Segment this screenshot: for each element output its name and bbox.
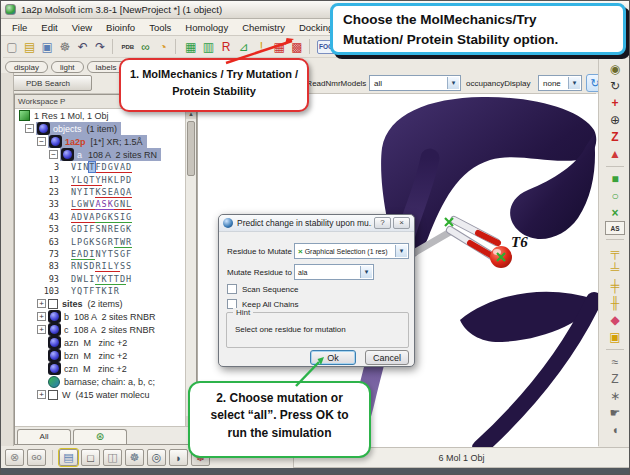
clip-slab-icon[interactable]: ╪ bbox=[605, 277, 625, 294]
pointer-mode-icon[interactable]: ☛ bbox=[605, 404, 625, 421]
tree-item-c[interactable]: +c108 A 2 sites RNBR bbox=[15, 323, 185, 336]
compass-icon[interactable]: ◔ bbox=[155, 39, 171, 55]
expand-icon[interactable]: + bbox=[37, 390, 46, 399]
split-view-icon[interactable]: ◫ bbox=[103, 449, 122, 466]
tab-light[interactable]: light bbox=[51, 61, 84, 73]
rotation-center-icon[interactable]: ◉ bbox=[605, 60, 625, 77]
clear-selection-icon[interactable]: × bbox=[605, 204, 625, 221]
spin-z-icon[interactable]: Z bbox=[605, 370, 625, 387]
sequence-row-53[interactable]: 53GDIFSNREGK bbox=[15, 223, 185, 235]
sequence-row-43[interactable]: 43ADVAPGKSIG bbox=[15, 211, 185, 223]
tree-item-barnase-chain-a-b-c[interactable]: barnase; chain: a, b, c; bbox=[15, 375, 185, 388]
tree-item-chain-a[interactable]: − a 108 A 2 sites RN bbox=[15, 148, 185, 161]
go-icon[interactable]: GO bbox=[27, 449, 46, 466]
pdb-search-icon[interactable]: PDB bbox=[120, 39, 136, 55]
expand-icon[interactable]: + bbox=[37, 325, 46, 334]
sequence-row-13[interactable]: 13YLQTYHKLPD bbox=[15, 173, 185, 185]
menu-item-edit[interactable]: Edit bbox=[34, 21, 64, 34]
workspace-scrollbar[interactable]: ▲ ▼ bbox=[185, 109, 196, 426]
cancel-button[interactable]: Cancel bbox=[365, 350, 409, 365]
select-as-icon[interactable]: AS bbox=[605, 221, 625, 235]
tab-molecule-icon[interactable]: ⊛ bbox=[73, 429, 127, 444]
menu-item-view[interactable]: View bbox=[65, 21, 99, 34]
checkbox-icon[interactable] bbox=[48, 299, 58, 309]
rock-icon[interactable]: ≈ bbox=[605, 353, 625, 370]
sequence-row-23[interactable]: 23NYITKSEAQA bbox=[15, 186, 185, 198]
close-icon[interactable]: × bbox=[393, 217, 410, 229]
new-document-icon[interactable]: ▢ bbox=[4, 39, 20, 55]
r-statistics-icon[interactable]: R bbox=[218, 39, 234, 55]
zoom-icon[interactable]: ⊕ bbox=[605, 111, 625, 128]
snapshot-icon[interactable]: ◎ bbox=[147, 449, 166, 466]
tree-item-1a2p[interactable]: − 1a2p [1*] XR; 1.5Å bbox=[15, 135, 185, 148]
tree-item-b[interactable]: +b108 A 2 sites RNBR bbox=[15, 310, 185, 323]
find-binoculars-icon[interactable]: ∞ bbox=[138, 39, 154, 55]
append-rows-icon[interactable]: ▥ bbox=[201, 39, 217, 55]
hand-icon[interactable]: ◖ bbox=[605, 421, 625, 438]
workspace-panel-icon[interactable]: ▤ bbox=[59, 449, 78, 466]
translate-icon[interactable]: + bbox=[605, 94, 625, 111]
save-icon[interactable]: ▣ bbox=[39, 39, 55, 55]
fog-toggle-icon[interactable]: ◆ bbox=[605, 311, 625, 328]
plot-icon[interactable]: ⊿ bbox=[236, 39, 252, 55]
open-folder-icon[interactable]: ▤ bbox=[22, 39, 38, 55]
rotate-icon[interactable]: ↻ bbox=[605, 77, 625, 94]
menu-item-tools[interactable]: Tools bbox=[142, 21, 178, 34]
tree-item-w[interactable]: +W(415 water molecu bbox=[15, 388, 185, 401]
ok-button[interactable]: Ok bbox=[310, 350, 356, 365]
tree-item-sites[interactable]: +sites(2 items) bbox=[15, 297, 185, 310]
mouse-mode-icon[interactable]: ◗ bbox=[169, 449, 188, 466]
tree-item-objects[interactable]: − objects (1 item) bbox=[15, 122, 185, 135]
help-button[interactable]: ? bbox=[374, 217, 391, 229]
tree-item-azn[interactable]: aznM zinc +2 bbox=[15, 336, 185, 349]
scrollbar-thumb[interactable] bbox=[187, 121, 195, 176]
single-view-icon[interactable]: □ bbox=[81, 449, 100, 466]
occupancy-select[interactable]: none ▾ bbox=[538, 75, 582, 91]
preferences-gear-icon[interactable]: ☸ bbox=[57, 39, 73, 55]
scan-sequence-checkbox[interactable] bbox=[227, 284, 237, 294]
clip-back-icon[interactable]: ╧ bbox=[605, 260, 625, 277]
undo-icon[interactable]: ↶ bbox=[75, 39, 91, 55]
render-settings-icon[interactable]: ☸ bbox=[125, 449, 144, 466]
collapse-icon[interactable]: − bbox=[49, 150, 58, 159]
sequence-row-33[interactable]: 33LGWVASKGNL bbox=[15, 198, 185, 210]
sequence-row-83[interactable]: 83RNSDRILYSS bbox=[15, 260, 185, 272]
tab-all[interactable]: All bbox=[17, 429, 71, 444]
collapse-icon[interactable]: − bbox=[25, 124, 34, 133]
clip-reset-icon[interactable]: ╫ bbox=[605, 294, 625, 311]
tree-item-czn[interactable]: cznM zinc +2 bbox=[15, 362, 185, 375]
menu-item-chemistry[interactable]: Chemistry bbox=[235, 21, 292, 34]
expand-icon[interactable]: + bbox=[37, 312, 46, 321]
menu-item-file[interactable]: File bbox=[5, 21, 34, 34]
tree-item-bzn[interactable]: bznM zinc +2 bbox=[15, 349, 185, 362]
spin-icon[interactable]: ∗ bbox=[605, 387, 625, 404]
torsion-icon[interactable]: Z bbox=[605, 128, 625, 145]
sequence-row-3[interactable]: 3VINTFDGVAD bbox=[15, 161, 185, 173]
menu-item-homology[interactable]: Homology bbox=[178, 21, 235, 34]
stop-icon[interactable]: ⊗ bbox=[5, 449, 24, 466]
menu-item-bioinfo[interactable]: Bioinfo bbox=[99, 21, 142, 34]
alert-icon[interactable]: ! bbox=[254, 39, 270, 55]
dialog-title-bar[interactable]: Predict change in stability upon mu... ?… bbox=[219, 215, 414, 232]
sequence-row-93[interactable]: 93DWLIYKTTDH bbox=[15, 273, 185, 285]
expand-icon[interactable]: + bbox=[37, 299, 46, 308]
table-red-icon[interactable]: ▦ bbox=[271, 39, 287, 55]
redo-icon[interactable]: ↷ bbox=[93, 39, 109, 55]
collapse-icon[interactable]: − bbox=[37, 137, 46, 146]
pdb-search-button[interactable]: PDB Search bbox=[4, 75, 92, 91]
sequence-row-73[interactable]: 73EADINYTSGF bbox=[15, 248, 185, 260]
nmr-models-select[interactable]: all ▾ bbox=[369, 75, 461, 91]
sequence-row-63[interactable]: 63LPGKSGRTWR bbox=[15, 235, 185, 247]
select-lasso-icon[interactable]: ○ bbox=[605, 187, 625, 204]
mutate-residue-to-select[interactable]: ala ▾ bbox=[294, 264, 374, 280]
hotspot-icon[interactable]: ▲ bbox=[605, 145, 625, 162]
tab-display[interactable]: display bbox=[5, 61, 48, 73]
clip-front-icon[interactable]: ╤ bbox=[605, 243, 625, 260]
table-close-icon[interactable]: ▩ bbox=[289, 39, 305, 55]
checkbox-icon[interactable] bbox=[48, 390, 58, 400]
sequence-row-103[interactable]: 103YQTFTKIR bbox=[15, 285, 185, 297]
select-rectangle-icon[interactable]: ■ bbox=[605, 170, 625, 187]
residue-to-mutate-select[interactable]: × Graphical Selection (1 res) ▾ bbox=[294, 243, 409, 259]
clip-lock-icon[interactable]: ▣ bbox=[605, 328, 625, 345]
table-icon[interactable]: ▦ bbox=[183, 39, 199, 55]
